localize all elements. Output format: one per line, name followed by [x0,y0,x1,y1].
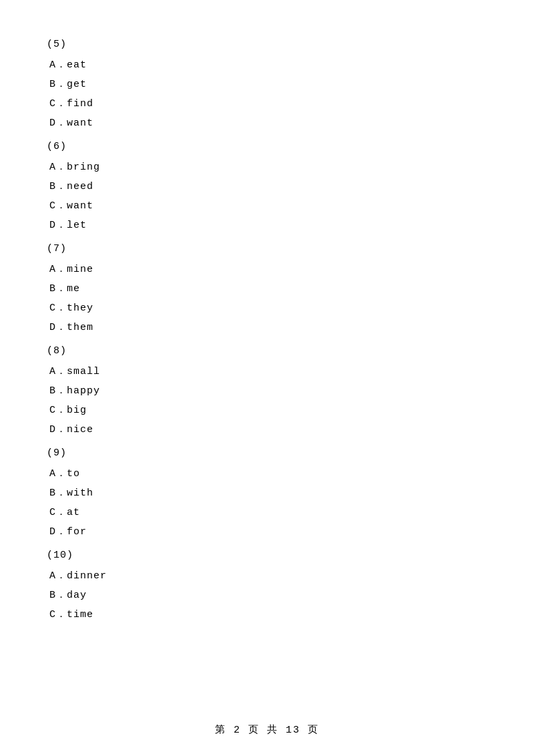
option-5-0: A．eat [47,58,487,71]
option-8-0: A．small [47,365,487,377]
question-number-5: (5) [47,39,487,50]
question-number-8: (8) [47,345,487,357]
option-9-3: D．for [47,525,487,538]
option-5-2: C．find [47,97,487,110]
option-9-0: A．to [47,467,487,480]
option-8-2: C．big [47,403,487,416]
option-6-2: C．want [47,199,487,212]
question-number-10: (10) [47,550,487,561]
option-8-1: B．happy [47,384,487,397]
option-10-0: A．dinner [47,569,487,582]
option-5-1: B．get [47,77,487,90]
question-number-6: (6) [47,141,487,152]
question-number-7: (7) [47,243,487,254]
option-6-0: A．bring [47,160,487,173]
option-7-1: B．me [47,282,487,295]
option-9-2: C．at [47,506,487,518]
option-7-3: D．them [47,321,487,333]
page-content: (5)A．eatB．getC．findD．want(6)A．bringB．nee… [0,0,534,667]
option-6-3: D．let [47,218,487,231]
question-number-9: (9) [47,447,487,459]
footer-text: 第 2 页 共 13 页 [215,725,319,736]
option-8-3: D．nice [47,423,487,435]
option-10-2: C．time [47,608,487,620]
option-9-1: B．with [47,486,487,499]
option-6-1: B．need [47,180,487,192]
option-10-1: B．day [47,588,487,601]
page-footer: 第 2 页 共 13 页 [0,723,534,736]
option-5-3: D．want [47,116,487,129]
option-7-2: C．they [47,301,487,314]
option-7-0: A．mine [47,262,487,275]
